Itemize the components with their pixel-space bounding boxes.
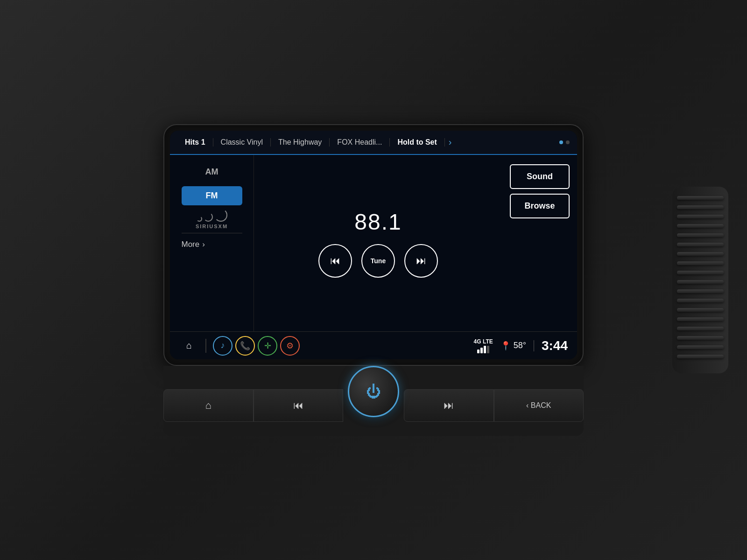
presets-bar: Hits 1 Classic Vinyl The Highway FOX Hea… [170,131,577,155]
nav-icon[interactable]: ✛ [258,336,277,356]
status-divider [534,340,534,351]
preset-hits1[interactable]: Hits 1 [177,138,213,147]
physical-back-button[interactable]: ‹ BACK [494,389,584,422]
fast-forward-button[interactable]: ⏭ [404,244,438,278]
back-label: ‹ BACK [526,401,551,410]
vent-slat [677,243,724,246]
lte-bar-4 [487,346,489,353]
right-buttons: Sound Browse [502,155,577,332]
home-icon[interactable]: ⌂ [179,336,199,356]
sound-button[interactable]: Sound [510,164,570,189]
center-unit: Hits 1 Classic Vinyl The Highway FOX Hea… [163,124,584,436]
screen-bezel: Hits 1 Classic Vinyl The Highway FOX Hea… [163,124,584,366]
more-label: More [182,240,200,249]
music-icon[interactable]: ♪ [213,336,233,356]
power-symbol: ⏻ [366,383,381,400]
preset-classic-vinyl[interactable]: Classic Vinyl [213,138,271,147]
lte-bar-2 [480,348,483,353]
sirius-xm-button[interactable]: SIRIUSXM [182,210,242,233]
status-bar: ⌂ ♪ 📞 ✛ ⚙ 4G LTE [170,331,577,359]
pin-icon: 📍 [500,341,511,351]
sirius-waves [197,209,227,222]
vent-slat [677,317,724,321]
more-chevron-icon: › [202,240,205,249]
frequency-display: 88.1 [354,209,402,235]
car-surround: Hits 1 Classic Vinyl The Highway FOX Hea… [0,0,747,560]
forward-symbol: ⏭ [444,399,454,412]
lte-bars [477,346,489,353]
more-button[interactable]: More › [182,240,242,249]
main-content: AM FM SIRIUSXM M [170,155,577,360]
screen: Hits 1 Classic Vinyl The Highway FOX Hea… [170,131,577,360]
vent-slat [677,289,724,293]
vent-slat [677,215,724,218]
vent-slat [677,308,724,312]
vent-slat [677,280,724,284]
vent-slat [677,205,724,209]
page-dots [559,140,570,144]
status-right: 4G LTE 📍 58° [474,338,568,353]
vent-slat [677,271,724,274]
top-section: AM FM SIRIUSXM M [170,155,577,332]
tune-button[interactable]: Tune [361,244,395,278]
temperature-display: 58° [514,341,526,350]
lte-bar-1 [477,350,479,353]
power-knob[interactable]: ⏻ [348,366,399,417]
vent-slat [677,355,724,358]
sirius-text: SIRIUSXM [196,224,228,229]
preset-hold-to-set[interactable]: Hold to Set [390,138,444,147]
physical-rewind-button[interactable]: ⏮ [254,389,344,422]
center-area: 88.1 ⏮ Tune ⏭ [254,155,502,332]
lte-bar-3 [484,346,486,353]
phys-left: ⌂ ⏮ [163,389,343,422]
wave-small [197,216,202,222]
rewind-button[interactable]: ⏮ [318,244,352,278]
browse-button[interactable]: Browse [510,194,570,218]
power-knob-wrapper: ⏻ [343,361,404,422]
vent-slat [677,336,724,340]
wave-large [214,209,227,222]
dot-inactive [566,140,570,144]
wave-medium [204,212,213,222]
phone-icon[interactable]: 📞 [235,336,255,356]
vent-slat [677,327,724,330]
physical-home-button[interactable]: ⌂ [163,389,254,422]
vent-slat [677,224,724,228]
rewind-symbol: ⏮ [293,399,303,412]
physical-forward-button[interactable]: ⏭ [404,389,494,422]
home-symbol: ⌂ [205,399,211,412]
vent-slat [677,233,724,237]
vent-right [672,187,728,373]
dot-active [559,140,563,144]
time-display: 3:44 [542,338,568,353]
vent-slat [677,252,724,256]
vent-slat [677,196,724,200]
vent-slat [677,345,724,349]
lte-label: 4G LTE [474,338,493,345]
phys-right: ⏭ ‹ BACK [404,389,584,422]
preset-highway[interactable]: The Highway [271,138,330,147]
physical-controls: ⌂ ⏮ ⏻ ⏭ ‹ BACK [163,366,584,436]
controls-row: ⏮ Tune ⏭ [318,244,438,278]
icon-divider [205,339,206,353]
am-button[interactable]: AM [182,162,242,182]
location-info: 📍 58° [500,341,526,351]
vent-slat [677,261,724,265]
lte-badge: 4G LTE [474,338,493,353]
presets-next-chevron[interactable]: › [449,137,452,147]
bottom-icons: ⌂ ♪ 📞 ✛ ⚙ [179,336,300,356]
apps-icon[interactable]: ⚙ [280,336,300,356]
fm-button[interactable]: FM [182,186,242,205]
left-sidebar: AM FM SIRIUSXM M [170,155,254,332]
vent-slat [677,299,724,302]
preset-fox[interactable]: FOX Headli... [330,138,390,147]
phys-row: ⌂ ⏮ ⏻ ⏭ ‹ BACK [163,375,584,422]
